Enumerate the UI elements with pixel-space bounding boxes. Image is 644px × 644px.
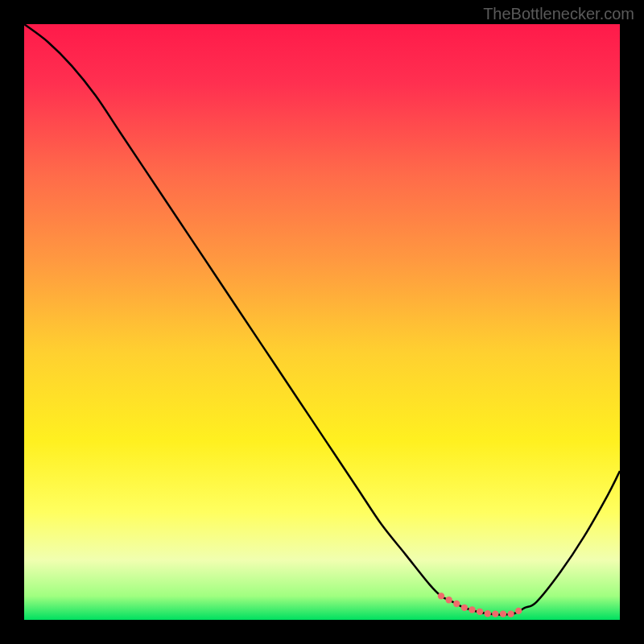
svg-point-5 bbox=[469, 606, 475, 613]
svg-point-3 bbox=[453, 601, 460, 607]
svg-point-8 bbox=[492, 610, 498, 617]
svg-point-4 bbox=[461, 605, 468, 611]
optimal-range-marker bbox=[438, 592, 522, 617]
svg-point-7 bbox=[485, 610, 491, 617]
chart-curve-layer bbox=[24, 24, 620, 620]
svg-point-9 bbox=[500, 610, 506, 617]
svg-point-11 bbox=[515, 608, 522, 614]
svg-point-10 bbox=[507, 610, 514, 617]
bottleneck-curve bbox=[24, 24, 620, 615]
svg-point-6 bbox=[477, 609, 483, 615]
watermark-text: TheBottlenecker.com bbox=[483, 5, 634, 23]
svg-point-2 bbox=[445, 597, 452, 603]
plot-area bbox=[24, 24, 620, 620]
svg-point-1 bbox=[438, 592, 444, 599]
